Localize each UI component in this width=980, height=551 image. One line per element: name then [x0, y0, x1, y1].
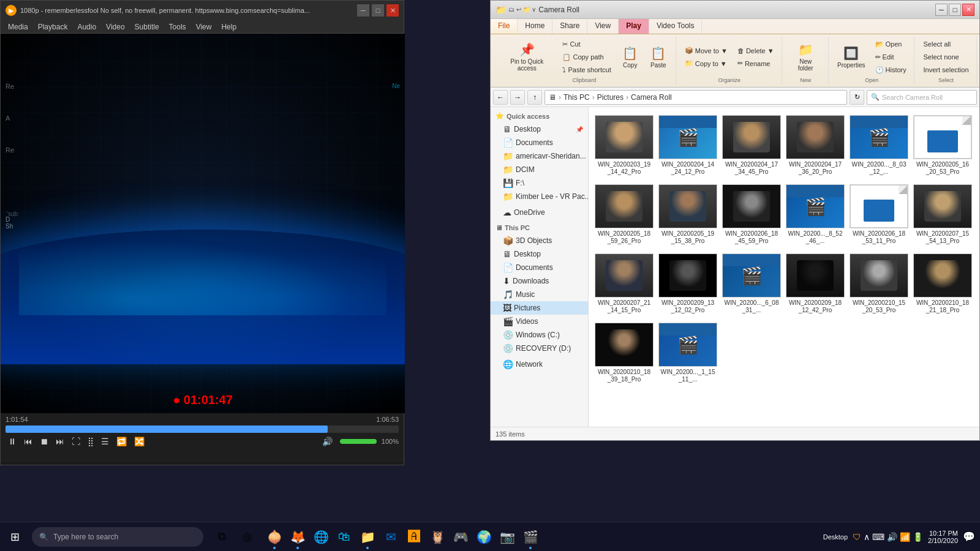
file-item-14[interactable]: 🎬 WIN_20200..._6_08_31_...	[721, 250, 782, 317]
sidebar-item-americavr[interactable]: 📁 americavr-Sheridan...	[491, 149, 588, 163]
back-button[interactable]: ←	[493, 90, 508, 105]
clock[interactable]: 10:17 PM 2/10/2020	[928, 530, 958, 544]
vlc-volume-slider[interactable]	[340, 439, 377, 444]
sidebar-item-videos[interactable]: 🎬 Videos	[491, 315, 588, 328]
sidebar-item-downloads[interactable]: ⬇ Downloads	[491, 274, 588, 288]
file-item-18[interactable]: WIN_20200210_18_39_18_Pro	[594, 320, 655, 386]
invert-selection-button[interactable]: Invert selection	[919, 64, 973, 76]
file-item-17[interactable]: WIN_20200210_18_21_18_Pro	[912, 250, 973, 317]
taskbar-app-tor[interactable]: 🧅	[263, 522, 285, 552]
sidebar-item-onedrive[interactable]: ☁ OneDrive	[491, 206, 588, 219]
vlc-shuffle-button[interactable]: 🔀	[132, 435, 147, 448]
vlc-prev-button[interactable]: ⏮	[21, 435, 35, 448]
select-all-button[interactable]: Select all	[919, 38, 973, 50]
file-item-8[interactable]: WIN_20200206_18_45_59_Pro	[721, 181, 782, 248]
file-item-7[interactable]: WIN_20200205_19_15_38_Pro	[657, 181, 718, 248]
vlc-menu-view[interactable]: View	[191, 20, 217, 34]
sidebar-item-documents[interactable]: 📄 Documents	[491, 136, 588, 149]
vlc-progress-bar[interactable]	[6, 425, 399, 433]
start-button[interactable]: ⊞	[0, 522, 29, 552]
vlc-menu-video[interactable]: Video	[101, 20, 129, 34]
file-item-13[interactable]: WIN_20200209_13_12_02_Pro	[657, 250, 718, 317]
file-item-4[interactable]: 🎬 WIN_20200..._8_03_12_...	[848, 112, 910, 179]
ribbon-tab-file[interactable]: File	[491, 19, 518, 34]
sidebar-item-kimber[interactable]: 📁 Kimber Lee - VR Pac...	[491, 190, 588, 203]
taskbar-task-view[interactable]: ⧉	[211, 526, 233, 548]
vlc-stop-button[interactable]: ⏹	[37, 435, 51, 448]
move-to-button[interactable]: 📦 Move to ▼	[680, 45, 732, 57]
vlc-loop-button[interactable]: 🔁	[114, 435, 129, 448]
forward-button[interactable]: →	[510, 90, 525, 105]
taskbar-search-box[interactable]: 🔍 Type here to search	[32, 527, 203, 547]
taskbar-cortana[interactable]: ◎	[236, 526, 258, 548]
taskbar-app-mail[interactable]: ✉	[380, 522, 402, 552]
vlc-menu-tools[interactable]: Tools	[164, 20, 191, 34]
taskbar-app-store[interactable]: 🛍	[333, 522, 355, 552]
sidebar-item-music[interactable]: 🎵 Music	[491, 288, 588, 301]
copy-to-button[interactable]: 📁 Copy to ▼	[680, 58, 732, 70]
sidebar-item-desktop2[interactable]: 🖥 Desktop	[491, 247, 588, 261]
sidebar-item-recovery-d[interactable]: 💿 RECOVERY (D:)	[491, 342, 588, 355]
ribbon-tab-view[interactable]: View	[587, 19, 619, 34]
sidebar-this-pc-header[interactable]: 🖥 This PC	[491, 222, 588, 234]
file-item-3[interactable]: WIN_20200204_17_36_20_Pro	[785, 112, 846, 179]
paste-button[interactable]: 📋 Paste	[645, 40, 672, 74]
file-item-10[interactable]: WIN_20200206_18_53_11_Pro	[848, 181, 910, 248]
copy-path-button[interactable]: 📋 Copy path	[558, 51, 615, 63]
taskbar-app-file-explorer[interactable]: 📁	[356, 522, 379, 552]
breadcrumb[interactable]: 🖥 › This PC › Pictures › Camera Roll	[545, 90, 847, 105]
rename-button[interactable]: ✏ Rename	[733, 58, 778, 70]
tray-network[interactable]: 📶	[900, 532, 910, 542]
tray-battery[interactable]: 🔋	[913, 532, 923, 542]
cut-button[interactable]: ✂ Cut	[558, 38, 615, 50]
sidebar-item-network[interactable]: 🌐 Network	[491, 358, 588, 371]
taskbar-app-firefox[interactable]: 🦊	[287, 522, 309, 552]
taskbar-app-amazon[interactable]: 🅰	[403, 522, 425, 552]
paste-shortcut-button[interactable]: ⤵ Paste shortcut	[558, 64, 615, 76]
taskbar-app-tripadvisor[interactable]: 🦉	[426, 522, 448, 552]
vlc-maximize-button[interactable]: □	[372, 4, 384, 17]
vlc-minimize-button[interactable]: ─	[357, 4, 369, 17]
file-item-19[interactable]: 🎬 WIN_20200..._1_15_11_...	[657, 320, 718, 386]
open-button[interactable]: 📂 Open	[871, 38, 911, 50]
taskbar-app-vlc[interactable]: 🎬	[519, 522, 541, 552]
file-item-5[interactable]: WIN_20200205_16_20_53_Pro	[912, 112, 973, 179]
desktop-label[interactable]: Desktop	[823, 533, 848, 541]
taskbar-app-browser2[interactable]: 🌍	[473, 522, 495, 552]
vlc-close-button[interactable]: ✕	[386, 4, 399, 17]
vlc-menu-media[interactable]: Media	[3, 20, 33, 34]
file-item-9[interactable]: 🎬 WIN_20200..._8_52_46_...	[785, 181, 846, 248]
vlc-ext-button[interactable]: ⣿	[85, 435, 96, 448]
file-item-1[interactable]: 🎬 WIN_20200204_14_24_12_Pro	[657, 112, 718, 179]
taskbar-app-edge[interactable]: 🌐	[310, 522, 332, 552]
vlc-menu-subtitle[interactable]: Subtitle	[130, 20, 164, 34]
vlc-pause-button[interactable]: ⏸	[6, 435, 19, 448]
file-item-0[interactable]: WIN_20200203_19_14_42_Pro	[594, 112, 655, 179]
sidebar-item-3d-objects[interactable]: 📦 3D Objects	[491, 234, 588, 247]
explorer-minimize-button[interactable]: ─	[935, 4, 948, 16]
vlc-menu-audio[interactable]: Audio	[72, 20, 101, 34]
pin-to-quick-access-button[interactable]: 📌 Pin to Quick access	[497, 40, 557, 74]
breadcrumb-pictures[interactable]: Pictures	[597, 93, 624, 102]
properties-button[interactable]: 🔲 Properties	[833, 40, 870, 74]
ribbon-tab-video-tools[interactable]: Video Tools	[649, 19, 703, 34]
ribbon-tab-play[interactable]: Play	[619, 19, 649, 34]
sidebar-item-dcim[interactable]: 📁 DCIM	[491, 163, 588, 176]
tray-speaker[interactable]: 🔊	[887, 532, 897, 542]
vlc-menu-playback[interactable]: Playback	[33, 20, 73, 34]
tray-antivirus[interactable]: 🛡	[853, 532, 861, 542]
breadcrumb-this-pc[interactable]: This PC	[564, 93, 590, 102]
sidebar-item-windows-c[interactable]: 💿 Windows (C:)	[491, 328, 588, 342]
ribbon-tab-share[interactable]: Share	[552, 19, 587, 34]
file-item-6[interactable]: WIN_20200205_18_59_26_Pro	[594, 181, 655, 248]
explorer-maximize-button[interactable]: □	[949, 4, 961, 16]
file-item-16[interactable]: WIN_20200210_15_20_53_Pro	[848, 250, 910, 317]
file-item-12[interactable]: WIN_20200207_21_14_15_Pro	[594, 250, 655, 317]
sidebar-quick-access-header[interactable]: ⭐ Quick access	[491, 110, 588, 122]
tray-up-arrow[interactable]: ∧	[864, 532, 870, 542]
vlc-fullscreen-button[interactable]: ⛶	[69, 435, 83, 448]
new-folder-button[interactable]: 📁 New folder	[787, 40, 824, 74]
vlc-playlist-button[interactable]: ☰	[99, 435, 111, 448]
copy-button[interactable]: 📋 Copy	[617, 40, 644, 74]
select-none-button[interactable]: Select none	[919, 51, 973, 63]
